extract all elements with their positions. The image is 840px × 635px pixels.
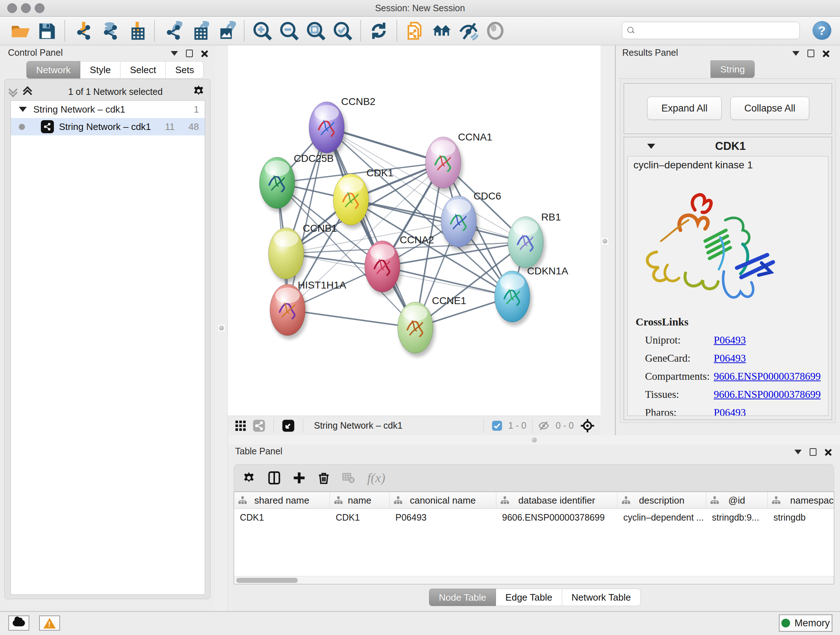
network-node-CDC25B[interactable]	[259, 157, 297, 212]
column-header--id[interactable]: @id	[706, 492, 767, 509]
column-header-name[interactable]: name	[330, 492, 390, 509]
node-label-CDC25B: CDC25B	[294, 153, 333, 164]
delete-column-trash-icon[interactable]	[317, 471, 330, 485]
zoom-fit-icon[interactable]	[305, 19, 327, 42]
cell--id[interactable]: stringdb:9...	[706, 509, 767, 526]
collapse-all-icon[interactable]	[24, 88, 34, 96]
network-node-CCNB2[interactable]	[309, 102, 347, 157]
collapse-panel-icon[interactable]	[792, 51, 799, 56]
left-splitter[interactable]	[215, 45, 228, 611]
cell-canonical-name[interactable]: P06493	[390, 509, 496, 526]
export-table-icon[interactable]	[188, 19, 210, 42]
hide-graphics-eye-icon[interactable]	[457, 19, 480, 42]
grid-view-icon[interactable]	[234, 420, 247, 432]
cloud-status-button[interactable]	[8, 616, 29, 631]
import-network-database-icon[interactable]	[98, 19, 121, 42]
edge-CCNB2-CCNE1[interactable]	[327, 127, 415, 328]
crosslink-link[interactable]: P06493	[714, 334, 746, 346]
network-options-gear-icon[interactable]	[192, 84, 205, 99]
fit-selected-crosshair-icon[interactable]	[580, 418, 595, 433]
crosslink-link[interactable]: P06493	[714, 352, 746, 364]
right-splitter[interactable]	[600, 45, 615, 435]
tab-sets[interactable]: Sets	[166, 61, 204, 79]
network-node-CDC6[interactable]	[441, 196, 478, 251]
share-overview-icon[interactable]	[253, 419, 265, 432]
search-input[interactable]	[638, 25, 796, 36]
column-header-namespace[interactable]: namespace	[767, 492, 834, 509]
collapse-panel-icon[interactable]	[171, 51, 178, 56]
expand-all-button[interactable]: Expand All	[647, 97, 722, 120]
help-button[interactable]: ?	[813, 21, 831, 40]
cell-database-identifier[interactable]: 9606.ENSP00000378699	[496, 509, 617, 526]
table-horizontal-scrollbar[interactable]	[234, 576, 834, 584]
show-columns-icon[interactable]	[267, 471, 281, 485]
network-node-CCNB1[interactable]	[268, 228, 306, 283]
zoom-in-icon[interactable]	[251, 19, 273, 42]
create-column-plus-icon[interactable]	[293, 471, 306, 485]
network-node-CCNA2[interactable]	[365, 241, 402, 296]
import-network-file-icon[interactable]	[72, 19, 94, 42]
warnings-button[interactable]	[39, 616, 60, 631]
crosslink-link[interactable]: 9606.ENSP00000378699	[714, 371, 821, 382]
cell-namespace[interactable]: stringdb	[767, 509, 834, 526]
tab-network[interactable]: Network	[27, 61, 80, 79]
bottom-splitter[interactable]	[228, 435, 840, 445]
export-image-icon[interactable]	[215, 19, 237, 42]
right-splitter-grip[interactable]	[601, 237, 609, 245]
close-panel-icon[interactable]	[201, 50, 208, 57]
network-node-RB1[interactable]	[508, 217, 546, 272]
column-header-database-identifier[interactable]: database identifier	[496, 492, 617, 509]
tab-edge-table[interactable]: Edge Table	[496, 589, 562, 606]
crosslink-link[interactable]: P06493	[714, 407, 746, 416]
tab-network-table[interactable]: Network Table	[562, 589, 641, 606]
bottom-splitter-grip[interactable]	[531, 436, 538, 444]
tab-select[interactable]: Select	[120, 61, 166, 79]
clipboard-network-icon[interactable]	[404, 19, 426, 42]
crosslink-link[interactable]: 9606.ENSP00000378699	[714, 388, 821, 401]
cell-shared-name[interactable]: CDK1	[234, 509, 330, 526]
network-node-CDKN1A[interactable]	[494, 271, 532, 326]
tab-string[interactable]: String	[711, 60, 755, 78]
collapse-collection-icon[interactable]	[19, 107, 27, 112]
close-panel-icon[interactable]	[824, 448, 832, 456]
show-graphics-eye-icon[interactable]	[484, 19, 507, 42]
column-header-canonical-name[interactable]: canonical name	[390, 492, 496, 509]
tab-style[interactable]: Style	[80, 61, 120, 79]
network-node-CCNE1[interactable]	[398, 302, 435, 357]
close-panel-icon[interactable]	[822, 50, 829, 57]
node-table[interactable]: shared namenamecanonical namedatabase id…	[234, 492, 834, 584]
home-network-icon[interactable]	[431, 19, 453, 42]
refresh-icon[interactable]	[368, 19, 390, 42]
import-table-file-icon[interactable]	[125, 19, 148, 42]
float-panel-icon[interactable]	[810, 448, 816, 456]
network-canvas[interactable]: CCNB2CCNA1CDC25BCDK1CDC6RB1CCNB1CCNA2CDK…	[228, 45, 600, 416]
open-session-icon[interactable]	[9, 19, 31, 42]
scrollbar-thumb[interactable]	[236, 578, 298, 583]
cell-name[interactable]: CDK1	[330, 509, 390, 526]
edge-CDK1-RB1[interactable]	[351, 200, 526, 242]
collapse-panel-icon[interactable]	[794, 450, 802, 454]
hidden-eye-slash-icon[interactable]	[538, 420, 550, 432]
column-header-shared-name[interactable]: shared name	[234, 492, 330, 509]
zoom-out-icon[interactable]	[278, 19, 300, 42]
save-session-icon[interactable]	[35, 19, 58, 42]
zoom-selected-icon[interactable]	[332, 19, 354, 42]
collapse-all-button[interactable]: Collapse All	[730, 97, 809, 120]
cell-description[interactable]: cyclin–dependent ...	[617, 509, 706, 526]
column-header-description[interactable]: description	[617, 492, 706, 509]
float-panel-icon[interactable]	[186, 50, 193, 57]
open-in-new-window-icon[interactable]	[282, 419, 295, 432]
selected-checkbox-icon[interactable]	[492, 420, 502, 431]
table-settings-gear-icon[interactable]	[242, 471, 256, 485]
crosslink-label: GeneCard:	[645, 352, 714, 364]
float-panel-icon[interactable]	[807, 50, 814, 57]
tab-node-table[interactable]: Node Table	[429, 589, 496, 606]
network-node-HIST1H1A[interactable]	[270, 284, 308, 339]
collapse-gene-icon[interactable]	[647, 144, 655, 149]
export-network-icon[interactable]	[161, 19, 184, 42]
expand-all-icon[interactable]	[10, 88, 19, 96]
network-collection-row[interactable]: String Network – cdk1 1	[11, 101, 205, 118]
memory-button[interactable]: Memory	[779, 614, 832, 632]
left-splitter-grip[interactable]	[218, 324, 225, 332]
network-row[interactable]: String Network – cdk1 11 48	[11, 118, 205, 135]
